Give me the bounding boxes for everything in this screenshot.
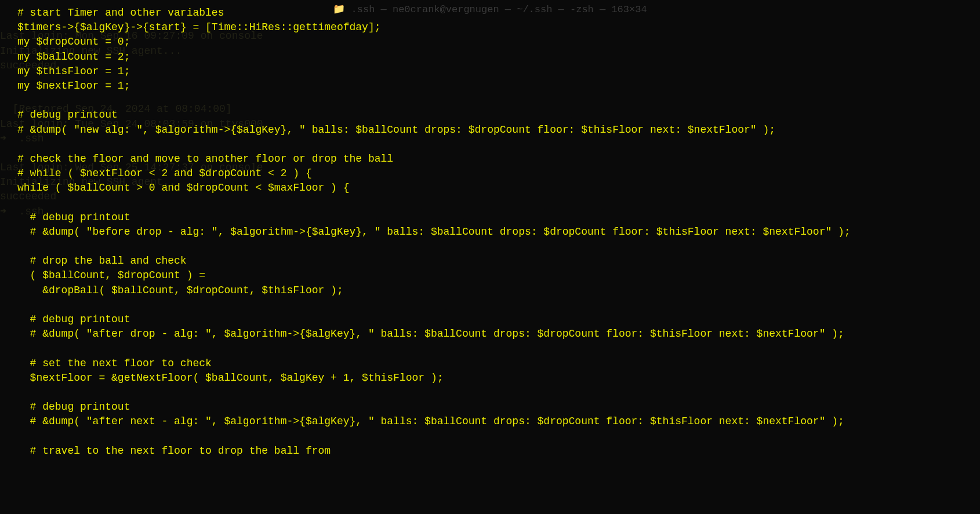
code-line: ( $ballCount, $dropCount ) = — [17, 268, 980, 283]
code-line: $nextFloor = &getNextFloor( $ballCount, … — [17, 371, 980, 385]
code-line: # &dump( "after next - alg: ", $algorith… — [17, 414, 980, 429]
code-line: # debug printout — [17, 312, 980, 327]
code-line: # drop the ball and check — [17, 254, 980, 268]
code-line — [17, 195, 980, 210]
code-line — [17, 298, 980, 312]
code-line: $timers->{$algKey}->{start} = [Time::HiR… — [17, 20, 980, 35]
code-line: my $nextFloor = 1; — [17, 79, 980, 93]
code-line: # &dump( "before drop - alg: ", $algorit… — [17, 225, 980, 239]
code-line: &dropBall( $ballCount, $dropCount, $this… — [17, 283, 980, 298]
code-line: # debug printout — [17, 108, 980, 122]
code-line: # set the next floor to check — [17, 356, 980, 371]
code-line: # &dump( "after drop - alg: ", $algorith… — [17, 327, 980, 341]
code-line: while ( $ballCount > 0 and $dropCount < … — [17, 181, 980, 195]
code-line: my $thisFloor = 1; — [17, 64, 980, 79]
code-line — [17, 341, 980, 356]
code-line: # start Timer and other variables — [17, 6, 980, 20]
code-line — [17, 385, 980, 400]
code-line: # &dump( "new alg: ", $algorithm->{$algK… — [17, 123, 980, 137]
code-line — [17, 239, 980, 254]
code-line: my $dropCount = 0; — [17, 35, 980, 49]
code-line: # debug printout — [17, 210, 980, 225]
code-line — [17, 429, 980, 443]
code-line: # check the floor and move to another fl… — [17, 152, 980, 166]
code-line: my $ballCount = 2; — [17, 50, 980, 64]
code-editor-area[interactable]: # start Timer and other variables$timers… — [0, 6, 980, 458]
code-line: # while ( $nextFloor < 2 and $dropCount … — [17, 166, 980, 181]
code-line: # travel to the next floor to drop the b… — [17, 444, 980, 458]
code-line: # debug printout — [17, 400, 980, 414]
code-line — [17, 93, 980, 108]
code-line — [17, 137, 980, 152]
